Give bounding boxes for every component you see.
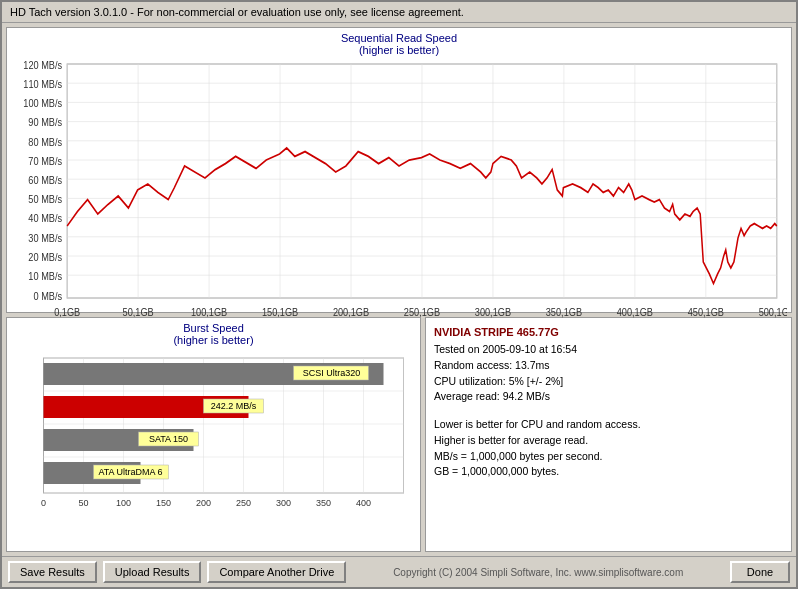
burst-chart-area: Burst Speed (higher is better)	[6, 317, 421, 552]
burst-chart-svg: SCSI Ultra320 242.2 MB/s SATA 150 ATA Ul…	[11, 348, 416, 523]
done-button[interactable]: Done	[730, 561, 790, 583]
svg-text:300,1GB: 300,1GB	[475, 306, 512, 318]
svg-text:40 MB/s: 40 MB/s	[28, 213, 62, 225]
bottom-section: Burst Speed (higher is better)	[6, 317, 792, 552]
svg-text:10 MB/s: 10 MB/s	[28, 270, 62, 282]
svg-text:110 MB/s: 110 MB/s	[23, 78, 62, 90]
svg-text:SCSI Ultra320: SCSI Ultra320	[303, 368, 361, 378]
svg-text:SATA 150: SATA 150	[149, 434, 188, 444]
svg-text:100: 100	[116, 498, 131, 508]
footer-buttons: Save Results Upload Results Compare Anot…	[8, 561, 346, 583]
copyright-text: Copyright (C) 2004 Simpli Software, Inc.…	[346, 567, 730, 578]
svg-text:60 MB/s: 60 MB/s	[28, 174, 62, 186]
drive-notes: Lower is better for CPU and random acces…	[434, 417, 783, 480]
svg-text:ATA UltraDMA 6: ATA UltraDMA 6	[98, 467, 162, 477]
svg-text:70 MB/s: 70 MB/s	[28, 155, 62, 167]
svg-text:120 MB/s: 120 MB/s	[23, 59, 62, 71]
svg-text:30 MB/s: 30 MB/s	[28, 232, 62, 244]
svg-text:100 MB/s: 100 MB/s	[23, 98, 62, 110]
sequential-chart-title: Sequential Read Speed (higher is better)	[11, 32, 787, 56]
svg-text:90 MB/s: 90 MB/s	[28, 117, 62, 129]
compare-drive-button[interactable]: Compare Another Drive	[207, 561, 346, 583]
svg-text:0: 0	[41, 498, 46, 508]
drive-details: Tested on 2005-09-10 at 16:54 Random acc…	[434, 342, 783, 405]
svg-text:50: 50	[78, 498, 88, 508]
svg-text:80 MB/s: 80 MB/s	[28, 136, 62, 148]
sequential-chart-svg: 120 MB/s 110 MB/s 100 MB/s 90 MB/s 80 MB…	[11, 58, 787, 334]
svg-text:450,1GB: 450,1GB	[688, 306, 725, 318]
svg-text:150: 150	[156, 498, 171, 508]
upload-results-button[interactable]: Upload Results	[103, 561, 202, 583]
drive-info-area: NVIDIA STRIPE 465.77G Tested on 2005-09-…	[425, 317, 792, 552]
svg-text:500,1GB: 500,1GB	[759, 306, 787, 318]
svg-text:200: 200	[196, 498, 211, 508]
svg-text:400,1GB: 400,1GB	[617, 306, 654, 318]
window-title: HD Tach version 3.0.1.0 - For non-commer…	[10, 6, 464, 18]
svg-text:400: 400	[356, 498, 371, 508]
sequential-chart-area: Sequential Read Speed (higher is better)	[6, 27, 792, 313]
burst-chart-title: Burst Speed (higher is better)	[11, 322, 416, 346]
save-results-button[interactable]: Save Results	[8, 561, 97, 583]
svg-text:0 MB/s: 0 MB/s	[33, 291, 62, 303]
svg-text:242.2 MB/s: 242.2 MB/s	[211, 401, 257, 411]
title-bar: HD Tach version 3.0.1.0 - For non-commer…	[2, 2, 796, 23]
svg-text:250: 250	[236, 498, 251, 508]
svg-text:20 MB/s: 20 MB/s	[28, 251, 62, 263]
main-window: HD Tach version 3.0.1.0 - For non-commer…	[0, 0, 798, 589]
footer: Save Results Upload Results Compare Anot…	[2, 556, 796, 587]
content-area: Sequential Read Speed (higher is better)	[2, 23, 796, 556]
svg-text:50 MB/s: 50 MB/s	[28, 194, 62, 206]
svg-text:350,1GB: 350,1GB	[546, 306, 583, 318]
svg-text:300: 300	[276, 498, 291, 508]
svg-text:350: 350	[316, 498, 331, 508]
